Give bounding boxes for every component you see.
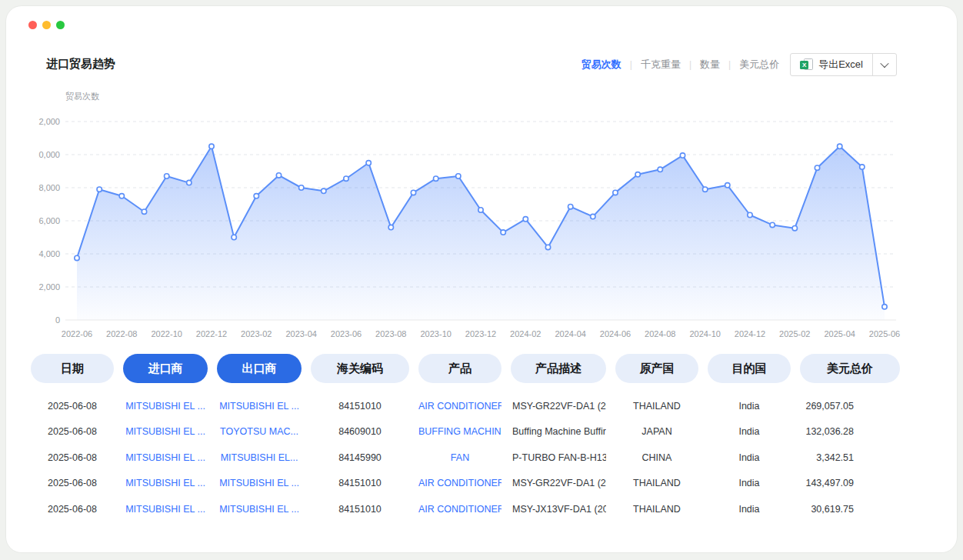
cell-exporter[interactable]: MITSUBISHI EL ... [217, 504, 302, 515]
filter-chip-hs-code[interactable]: 海关编码 [311, 354, 409, 383]
data-point[interactable] [748, 212, 752, 217]
cell-importer[interactable]: MITSUBISHI EL ... [123, 426, 208, 437]
cell-usd-total: 3,342.51 [800, 452, 900, 463]
zoom-button[interactable] [56, 21, 65, 29]
data-point[interactable] [882, 305, 887, 309]
cell-exporter[interactable]: MITSUBISHI EL ... [217, 478, 302, 488]
cell-destination-country: India [708, 478, 791, 488]
cell-date: 2025-06-08 [31, 401, 114, 412]
data-point[interactable] [366, 161, 371, 165]
data-point[interactable] [523, 217, 528, 222]
data-point[interactable] [838, 144, 842, 148]
minimize-button[interactable] [42, 21, 51, 29]
metric-tab-4[interactable]: 美元总价 [739, 58, 779, 72]
cell-hs-code: 84151010 [311, 478, 409, 488]
filter-chip-product[interactable]: 产品 [418, 354, 501, 383]
metric-tab-2[interactable]: 千克重量 [641, 58, 681, 72]
cell-date: 2025-06-08 [31, 452, 114, 463]
x-tick-label: 2024-08 [645, 329, 675, 338]
cell-importer[interactable]: MITSUBISHI EL ... [123, 452, 208, 463]
table-row: 2025-06-08MITSUBISHI EL ...MITSUBISHI EL… [31, 471, 900, 497]
metric-tab-1[interactable]: 贸易次数 [581, 58, 621, 72]
cell-hs-code: 84145990 [311, 452, 409, 463]
data-point[interactable] [815, 165, 819, 170]
x-tick-label: 2023-10 [421, 329, 452, 338]
trend-chart[interactable]: 02,0004,0006,0008,00010,00012,0002022-06… [38, 92, 915, 348]
data-point[interactable] [456, 174, 461, 178]
data-point[interactable] [187, 180, 192, 185]
app-window: 进口贸易趋势 贸易次数|千克重量|数量|美元总价 X 导出Excel 贸易次数 … [6, 6, 957, 552]
cell-usd-total: 30,619.75 [800, 504, 900, 515]
x-tick-label: 2023-12 [465, 329, 496, 338]
data-point[interactable] [703, 187, 708, 192]
filter-chip-destination-country[interactable]: 目的国 [708, 354, 791, 383]
cell-importer[interactable]: MITSUBISHI EL ... [123, 478, 208, 488]
cell-product[interactable]: AIR CONDITIONER [418, 401, 501, 412]
data-point[interactable] [568, 205, 573, 209]
header-toolbar: 贸易次数|千克重量|数量|美元总价 X 导出Excel [581, 52, 897, 77]
data-point[interactable] [434, 176, 438, 181]
data-point[interactable] [299, 185, 304, 190]
filter-chip-product-desc[interactable]: 产品描述 [511, 354, 606, 383]
data-point[interactable] [725, 183, 730, 188]
export-dropdown-button[interactable] [873, 54, 896, 75]
filter-chip-importer[interactable]: 进口商 [123, 354, 208, 383]
filter-chip-date[interactable]: 日期 [31, 354, 114, 383]
data-point[interactable] [792, 226, 797, 231]
metric-tab-3[interactable]: 数量 [700, 58, 720, 72]
export-excel-button[interactable]: X 导出Excel [790, 53, 897, 76]
cell-product[interactable]: FAN [418, 452, 501, 463]
data-point[interactable] [232, 235, 236, 239]
data-point[interactable] [119, 194, 124, 198]
cell-product[interactable]: BUFFING MACHINE [418, 426, 501, 437]
tab-divider: | [630, 59, 632, 70]
data-point[interactable] [209, 144, 214, 148]
y-tick-label: 2,000 [38, 282, 60, 292]
cell-exporter[interactable]: TOYOTSU MAC... [217, 426, 302, 437]
data-point[interactable] [860, 165, 865, 169]
cell-hs-code: 84151010 [311, 504, 409, 515]
data-point[interactable] [478, 208, 483, 212]
data-point[interactable] [344, 176, 348, 181]
data-point[interactable] [75, 255, 79, 260]
cell-description: Buffing Machine Buffir... [511, 426, 606, 437]
table-row: 2025-06-08MITSUBISHI EL ...MITSUBISHI EL… [31, 445, 900, 471]
cell-exporter[interactable]: MITSUBISHI EL ... [217, 401, 302, 412]
cell-product[interactable]: AIR CONDITIONER [418, 504, 501, 515]
cell-exporter[interactable]: MITSUBISHI EL... [217, 452, 302, 463]
filter-chip-exporter[interactable]: 出口商 [217, 354, 302, 383]
cell-origin-country: JAPAN [615, 426, 698, 437]
data-point[interactable] [591, 214, 595, 218]
x-tick-label: 2022-08 [106, 329, 137, 338]
filter-chip-usd-total[interactable]: 美元总价 [800, 354, 900, 383]
data-point[interactable] [142, 209, 146, 214]
data-point[interactable] [388, 225, 393, 229]
cell-usd-total: 143,497.09 [800, 478, 900, 488]
data-point[interactable] [613, 190, 618, 195]
filter-chip-origin-country[interactable]: 原产国 [615, 354, 698, 383]
cell-product[interactable]: AIR CONDITIONER [418, 478, 501, 488]
data-point[interactable] [276, 173, 281, 178]
data-point[interactable] [97, 187, 102, 192]
cell-origin-country: THAILAND [615, 401, 698, 412]
x-tick-label: 2024-10 [690, 329, 721, 338]
data-point[interactable] [680, 153, 685, 158]
data-point[interactable] [770, 222, 775, 227]
window-controls [28, 21, 65, 29]
tab-divider: | [728, 59, 731, 70]
cell-importer[interactable]: MITSUBISHI EL ... [123, 401, 208, 412]
cell-description: P-TURBO FAN-B-H13 ... [511, 452, 606, 463]
close-button[interactable] [28, 21, 37, 29]
cell-description: MSY-GR22VF-DA1 (20... [511, 478, 606, 488]
data-point[interactable] [545, 245, 550, 249]
export-excel-main[interactable]: X 导出Excel [791, 54, 872, 75]
cell-importer[interactable]: MITSUBISHI EL ... [123, 504, 208, 515]
data-point[interactable] [658, 167, 662, 172]
data-point[interactable] [411, 190, 415, 195]
data-point[interactable] [322, 188, 326, 193]
y-tick-label: 10,000 [38, 150, 60, 159]
data-point[interactable] [501, 230, 505, 235]
data-point[interactable] [254, 194, 258, 198]
data-point[interactable] [635, 172, 640, 177]
data-point[interactable] [165, 174, 169, 178]
